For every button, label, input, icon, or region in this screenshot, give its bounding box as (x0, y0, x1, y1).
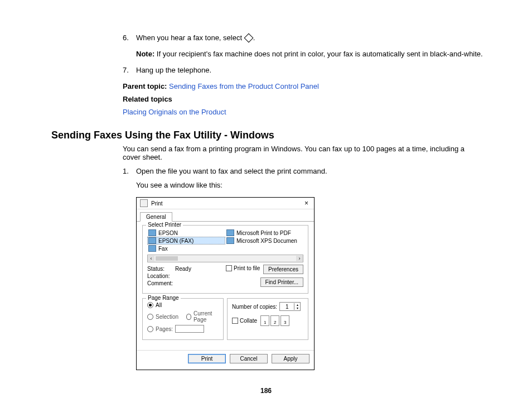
scroll-thumb[interactable] (156, 256, 178, 261)
preferences-button[interactable]: Preferences (263, 265, 303, 274)
radio-all-label: All (156, 302, 162, 308)
pages-input[interactable] (175, 325, 204, 333)
section-heading: Sending Faxes Using the Fax Utility - Wi… (33, 130, 499, 141)
printer-col-right: Microsoft Print to PDF Microsoft XPS Doc… (225, 229, 303, 252)
printer-icon (148, 245, 156, 252)
radio-icon (147, 302, 153, 308)
bottom-groups: Page Range All Selection Current Page Pa… (142, 298, 308, 344)
step-1: 1. Open the file you want to fax and sel… (123, 167, 499, 189)
find-printer-button[interactable]: Find Printer... (260, 277, 303, 287)
select-printer-title: Select Printer (146, 222, 183, 228)
printer-fax-label: Fax (158, 246, 168, 252)
printer-list: EPSON EPSON (FAX) Fax Microsoft Print to… (147, 229, 303, 252)
radio-pages[interactable]: Pages: (147, 325, 219, 333)
checkbox-icon (226, 265, 232, 271)
radio-current-page[interactable]: Current Page (186, 310, 219, 323)
collate-checkbox[interactable]: Collate (232, 318, 257, 324)
radio-selection[interactable]: Selection (147, 310, 178, 323)
related-topics-label: Related topics (123, 95, 499, 103)
page-number: 186 (33, 387, 499, 395)
step-6: 6. When you hear a fax tone, select . No… (123, 33, 499, 58)
radio-current-page-label: Current Page (194, 310, 219, 323)
printer-hscroll[interactable]: ‹ › (147, 255, 303, 262)
step-6-note: Note: If your recipient's fax machine do… (136, 50, 499, 58)
collate-page-icon: 3 (280, 315, 289, 326)
parent-topic-label: Parent topic: (123, 82, 169, 90)
print-to-file-label: Print to file (234, 265, 260, 271)
scroll-left-icon[interactable]: ‹ (148, 256, 154, 261)
dialog-titlebar: Print × (137, 198, 314, 209)
print-button[interactable]: Print (188, 354, 226, 363)
printer-icon (148, 229, 156, 236)
print-dialog: Print × General Select Printer EPSON EPS… (136, 197, 315, 370)
step-6-text-a: When you hear a fax tone, select (136, 33, 244, 42)
dialog-tabs: General (137, 209, 314, 221)
printer-fax[interactable]: Fax (147, 245, 225, 252)
radio-pages-label: Pages: (156, 326, 173, 332)
printer-ms-xps[interactable]: Microsoft XPS Documen (225, 237, 303, 245)
close-button[interactable]: × (302, 199, 311, 207)
diamond-icon (244, 33, 253, 42)
radio-icon (147, 326, 153, 332)
collate-page-icon: 1 (260, 315, 269, 326)
scroll-right-icon[interactable]: › (296, 256, 303, 261)
step-6-number: 6. (123, 33, 136, 58)
step-7-number: 7. (123, 66, 136, 74)
radio-selection-label: Selection (156, 314, 178, 320)
printer-epson-fax-label: EPSON (FAX) (158, 238, 194, 244)
cancel-button[interactable]: Cancel (230, 354, 268, 363)
printer-epson-fax[interactable]: EPSON (FAX) (147, 237, 225, 245)
printer-icon (226, 237, 234, 244)
printer-icon (226, 229, 234, 236)
dialog-body: Select Printer EPSON EPSON (FAX) Fax Mic… (137, 221, 314, 350)
step-7-text: Hang up the telephone. (136, 66, 499, 74)
step-1-sub: You see a window like this: (136, 181, 499, 189)
print-to-file-checkbox[interactable]: Print to file (226, 265, 260, 271)
checkbox-icon (232, 318, 238, 324)
related-topics-bold: Related topics (123, 95, 172, 103)
copies-value: 1 (280, 304, 294, 310)
location-label: Location: (147, 273, 175, 279)
step-1-text: Open the file you want to fax and select… (136, 167, 499, 175)
parent-topic-line: Parent topic: Sending Faxes from the Pro… (123, 82, 499, 90)
dialog-footer: Print Cancel Apply (137, 350, 314, 370)
comment-label: Comment: (147, 280, 175, 286)
step-1-body: Open the file you want to fax and select… (136, 167, 499, 189)
printer-ms-xps-label: Microsoft XPS Documen (236, 238, 297, 244)
printer-meta: Status:Ready Location: Comment: Print to… (147, 265, 303, 289)
printer-icon (148, 237, 156, 244)
parent-topic-link[interactable]: Sending Faxes from the Product Control P… (169, 82, 319, 90)
chevron-down-icon[interactable]: ▾ (294, 306, 300, 310)
printer-epson[interactable]: EPSON (147, 229, 225, 237)
step-7: 7. Hang up the telephone. (123, 66, 499, 74)
radio-all[interactable]: All (147, 302, 219, 308)
related-topic-link[interactable]: Placing Originals on the Product (123, 108, 226, 116)
printer-meta-right: Print to file Preferences Find Printer..… (226, 265, 303, 289)
status-label: Status: (147, 266, 175, 272)
collate-label: Collate (240, 318, 257, 324)
printer-ms-pdf-label: Microsoft Print to PDF (236, 230, 291, 236)
collate-illustration: 1 2 3 (260, 315, 289, 326)
related-topics-link-line: Placing Originals on the Product (123, 108, 499, 116)
printer-ms-pdf[interactable]: Microsoft Print to PDF (225, 229, 303, 237)
radio-icon (147, 314, 153, 320)
note-label: Note: (136, 50, 154, 58)
section-intro: You can send a fax from a printing progr… (123, 145, 468, 161)
status-value: Ready (175, 266, 191, 272)
step-1-number: 1. (123, 167, 136, 189)
printer-col-left: EPSON EPSON (FAX) Fax (147, 229, 225, 252)
select-printer-group: Select Printer EPSON EPSON (FAX) Fax Mic… (142, 225, 308, 294)
tab-general[interactable]: General (140, 212, 172, 222)
spinner-arrows[interactable]: ▴▾ (294, 303, 300, 310)
page-range-title: Page Range (146, 295, 181, 301)
printer-meta-left: Status:Ready Location: Comment: (147, 266, 226, 288)
apply-button[interactable]: Apply (272, 354, 309, 363)
printer-epson-label: EPSON (158, 230, 178, 236)
copies-spinner[interactable]: 1 ▴▾ (279, 302, 301, 311)
radio-icon (186, 314, 191, 320)
note-text: If your recipient's fax machine does not… (154, 50, 483, 58)
copies-group: Number of copies: 1 ▴▾ Collate 1 2 3 (227, 298, 308, 340)
dialog-title: Print (151, 200, 302, 207)
step-6-body: When you hear a fax tone, select . Note:… (136, 33, 499, 58)
collate-page-icon: 2 (270, 315, 279, 326)
